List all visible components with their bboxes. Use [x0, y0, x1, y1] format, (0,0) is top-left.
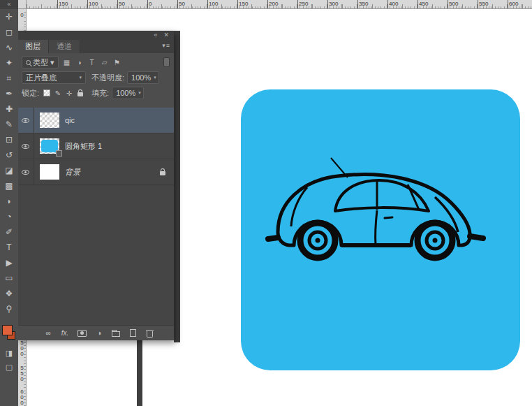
layer-row[interactable]: 圆角矩形 1 — [17, 133, 174, 159]
ruler-label: 100 — [209, 1, 218, 7]
layer-thumbnail[interactable] — [40, 164, 59, 180]
collapse-panel-icon[interactable]: « — [154, 31, 157, 40]
lock-position-icon[interactable]: ✛ — [64, 87, 75, 99]
panel-menu-icon[interactable]: ▾≡ — [162, 42, 170, 49]
filter-adjustment-layers-icon[interactable]: ◑ — [73, 57, 86, 68]
ruler-label: 300 — [329, 1, 338, 7]
ruler-label: 100 — [89, 1, 98, 7]
ruler-label: 150 — [59, 1, 68, 7]
delete-layer-icon[interactable] — [145, 329, 154, 338]
ruler-major-tick — [478, 0, 478, 8]
filter-type-layers-icon[interactable]: T — [86, 57, 98, 68]
opacity-label: 不透明度: — [91, 73, 124, 83]
layer-style-icon[interactable]: fx. — [61, 329, 69, 337]
blend-mode-dropdown[interactable]: 正片叠底 ▾ — [22, 71, 86, 84]
layer-mask-icon[interactable] — [77, 330, 87, 337]
layer-row[interactable]: 背景 — [17, 159, 174, 185]
ruler-label: 550 — [18, 365, 26, 382]
ruler-major-tick — [117, 0, 118, 8]
filter-pixel-layers-icon[interactable]: ▦ — [61, 57, 73, 68]
color-swatches — [0, 324, 18, 346]
blur-tool-icon[interactable]: ◗ — [0, 194, 18, 209]
path-selection-tool-icon[interactable]: ▶ — [0, 255, 18, 270]
move-tool-icon[interactable]: ✛ — [0, 9, 18, 24]
lasso-tool-icon[interactable]: ∿ — [0, 40, 18, 55]
dodge-tool-icon[interactable]: ◔ — [0, 209, 18, 224]
layer-name: qic — [65, 116, 75, 124]
ruler-major-tick — [508, 0, 508, 8]
lock-image-pixels-icon[interactable]: ✎ — [52, 87, 64, 99]
quick-mask-button[interactable]: ◨ — [0, 346, 18, 360]
pen-tool-icon[interactable]: ✐ — [0, 224, 18, 240]
tab-channels[interactable]: 通道 — [49, 40, 80, 53]
chevron-down-icon: ▾ — [154, 75, 156, 80]
healing-brush-tool-icon[interactable]: ✚ — [0, 101, 18, 117]
ruler-label: 450 — [419, 1, 428, 7]
filter-smart-objects-icon[interactable]: ⚑ — [111, 57, 124, 68]
layer-name: 背景 — [65, 167, 80, 177]
filter-shape-layers-icon[interactable]: ▱ — [98, 57, 111, 68]
eyedropper-tool-icon[interactable]: ✒ — [0, 86, 18, 101]
history-brush-tool-icon[interactable]: ↺ — [0, 147, 18, 163]
fill-dropdown[interactable]: 100% ▾ — [112, 87, 144, 99]
ruler-label: 0 — [18, 13, 26, 18]
window-dock-edge — [137, 340, 142, 406]
ruler-major-tick — [177, 0, 178, 8]
brush-tool-icon[interactable]: ✎ — [0, 117, 18, 132]
photoshop-window: { "colors": { "artboard_blue": "#2fb8ec"… — [0, 0, 532, 406]
eye-icon — [22, 170, 29, 175]
gradient-tool-icon[interactable]: ▩ — [0, 178, 18, 194]
opacity-dropdown[interactable]: 100% ▾ — [127, 71, 159, 84]
zoom-tool-icon[interactable]: ⚲ — [0, 301, 18, 317]
ruler-major-tick — [147, 0, 148, 8]
chevron-down-icon: ▾ — [50, 58, 54, 67]
hand-tool-icon[interactable]: ❖ — [0, 286, 18, 301]
close-panel-icon[interactable]: ✕ — [163, 31, 169, 40]
clone-stamp-tool-icon[interactable]: ⊡ — [0, 132, 18, 147]
toolbar-tools: ✛◻∿✦⌗✒✚✎⊡↺◪▩◗◔✐T▶▭❖⚲ — [0, 9, 18, 317]
filter-buttons: ▦◑T▱⚑ — [61, 57, 124, 68]
layer-row[interactable]: qic — [17, 108, 174, 133]
lock-row: 锁定: ✎✛ 填充: 100% ▾ — [22, 87, 170, 99]
filter-row: 类型 ▾ ▦◑T▱⚑ — [22, 56, 170, 68]
ruler-major-tick — [207, 0, 208, 8]
visibility-toggle[interactable] — [17, 133, 34, 159]
panel-tabs: 图层 通道 ▾≡ — [17, 40, 174, 53]
blend-row: 正片叠底 ▾ 不透明度: 100% ▾ — [22, 71, 170, 84]
eraser-tool-icon[interactable]: ◪ — [0, 163, 18, 178]
filter-toggle[interactable] — [163, 57, 170, 67]
ruler-origin[interactable] — [18, 0, 27, 9]
layer-list: qic圆角矩形 1背景 — [17, 108, 174, 325]
artboard-rounded-square[interactable] — [241, 89, 520, 370]
ruler-major-tick — [357, 0, 358, 8]
screen-mode-button[interactable]: ▢ — [0, 360, 18, 374]
visibility-toggle[interactable] — [17, 108, 34, 133]
layer-thumbnail[interactable] — [40, 138, 59, 154]
link-layers-icon[interactable]: ∞ — [44, 329, 52, 337]
lock-all-icon[interactable] — [75, 87, 86, 99]
ruler-major-tick — [418, 0, 418, 8]
ruler-label: 500 — [18, 340, 26, 357]
layer-thumbnail[interactable] — [40, 113, 59, 128]
layer-lock-icon — [160, 171, 165, 175]
shape-tool-icon[interactable]: ▭ — [0, 270, 18, 286]
foreground-color-swatch[interactable] — [2, 325, 13, 335]
ruler-label: 0 — [149, 1, 152, 7]
ruler-major-tick — [448, 0, 448, 8]
tab-layers[interactable]: 图层 — [17, 40, 49, 53]
visibility-toggle[interactable] — [17, 159, 34, 184]
lock-transparent-pixels-icon[interactable] — [41, 87, 52, 99]
ruler-horizontal[interactable]: 1501005005010015020025030035040045050055… — [27, 0, 532, 9]
new-group-icon[interactable] — [112, 329, 120, 337]
opacity-value: 100% — [131, 73, 151, 82]
crop-tool-icon[interactable]: ⌗ — [0, 71, 18, 86]
fill-value: 100% — [116, 89, 135, 97]
new-adjustment-layer-icon[interactable]: ◑ — [95, 329, 103, 337]
new-layer-icon[interactable] — [128, 329, 137, 337]
toolbar-collapse-icon[interactable]: « — [0, 0, 18, 9]
ruler-major-tick — [267, 0, 268, 8]
marquee-tool-icon[interactable]: ◻ — [0, 24, 18, 40]
type-tool-icon[interactable]: T — [0, 240, 18, 255]
quick-selection-tool-icon[interactable]: ✦ — [0, 55, 18, 71]
filter-type-dropdown[interactable]: 类型 ▾ — [22, 56, 59, 68]
